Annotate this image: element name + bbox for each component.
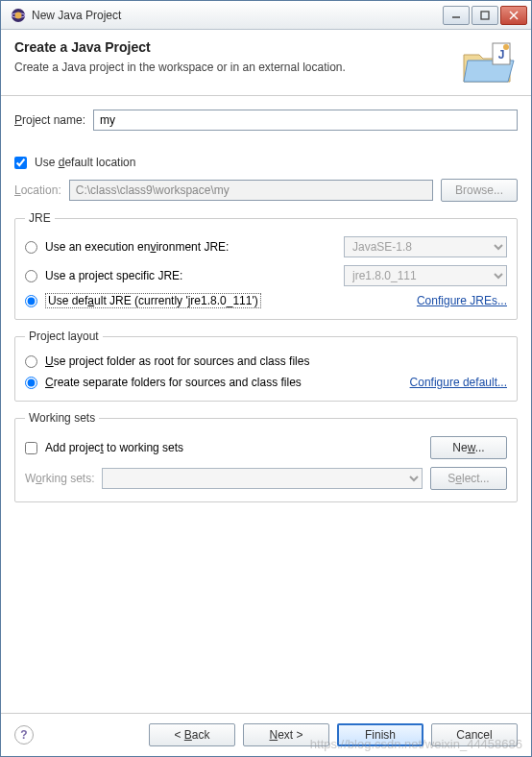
jre-env-label: Use an execution environment JRE: bbox=[45, 240, 229, 254]
svg-rect-4 bbox=[481, 12, 489, 19]
content-area: Project name: Use default location Locat… bbox=[1, 96, 531, 713]
jre-default-radio[interactable] bbox=[25, 295, 37, 307]
jre-specific-radio[interactable] bbox=[25, 270, 37, 282]
page-title: Create a Java Project bbox=[14, 39, 460, 55]
layout-separate-label: Create separate folders for sources and … bbox=[45, 376, 302, 389]
svg-point-9 bbox=[503, 44, 509, 50]
project-name-input[interactable] bbox=[93, 110, 518, 131]
configure-jres-link[interactable]: Configure JREs... bbox=[417, 294, 507, 307]
working-sets-legend: Working sets bbox=[25, 411, 99, 425]
svg-text:J: J bbox=[498, 48, 505, 61]
wizard-header: Create a Java Project Create a Java proj… bbox=[1, 30, 531, 96]
finish-button[interactable]: Finish bbox=[337, 723, 423, 746]
page-subtitle: Create a Java project in the workspace o… bbox=[14, 61, 460, 74]
working-sets-select bbox=[102, 468, 423, 489]
select-working-sets-button[interactable]: Select... bbox=[430, 467, 507, 490]
location-label: Location: bbox=[14, 183, 61, 197]
next-button[interactable]: Next > bbox=[243, 723, 329, 746]
close-button[interactable] bbox=[500, 6, 527, 25]
back-button[interactable]: < Back bbox=[149, 723, 235, 746]
layout-group: Project layout Use project folder as roo… bbox=[14, 330, 518, 402]
layout-legend: Project layout bbox=[25, 330, 103, 343]
working-sets-label: Working sets: bbox=[25, 472, 94, 485]
svg-point-2 bbox=[15, 12, 22, 18]
help-icon[interactable]: ? bbox=[14, 725, 34, 745]
jre-group: JRE Use an execution environment JRE: Ja… bbox=[14, 211, 518, 320]
add-working-sets-checkbox[interactable] bbox=[25, 442, 37, 454]
project-name-row: Project name: bbox=[14, 110, 518, 131]
folder-java-icon: J bbox=[460, 39, 518, 85]
new-working-set-button[interactable]: New... bbox=[430, 436, 507, 459]
jre-legend: JRE bbox=[25, 211, 55, 225]
layout-root-label: Use project folder as root for sources a… bbox=[45, 354, 309, 368]
titlebar: New Java Project bbox=[1, 1, 531, 30]
browse-button[interactable]: Browse... bbox=[441, 179, 518, 202]
window-title: New Java Project bbox=[32, 9, 443, 22]
wizard-footer: ? < Back Next > Finish Cancel bbox=[1, 713, 531, 756]
jre-default-label: Use default JRE (currently 'jre1.8.0_111… bbox=[45, 294, 261, 307]
cancel-button[interactable]: Cancel bbox=[431, 723, 518, 746]
project-name-label: Project name: bbox=[14, 113, 85, 127]
jre-env-select[interactable]: JavaSE-1.8 bbox=[344, 236, 507, 257]
default-location-row: Use default location bbox=[14, 156, 518, 169]
location-row: Location: Browse... bbox=[14, 179, 518, 202]
add-working-sets-label: Add project to working sets bbox=[45, 441, 183, 454]
jre-specific-select[interactable]: jre1.8.0_111 bbox=[344, 265, 507, 286]
use-default-location-label: Use default location bbox=[35, 156, 135, 169]
minimize-button[interactable] bbox=[443, 6, 470, 25]
jre-specific-label: Use a project specific JRE: bbox=[45, 269, 182, 282]
layout-root-radio[interactable] bbox=[25, 355, 37, 368]
layout-separate-radio[interactable] bbox=[25, 377, 37, 389]
use-default-location-checkbox[interactable] bbox=[14, 157, 27, 169]
working-sets-group: Working sets Add project to working sets… bbox=[14, 411, 518, 502]
eclipse-icon bbox=[11, 8, 26, 23]
location-input bbox=[69, 180, 433, 201]
jre-env-radio[interactable] bbox=[25, 241, 37, 254]
configure-default-link[interactable]: Configure default... bbox=[410, 376, 507, 389]
maximize-button[interactable] bbox=[472, 6, 498, 25]
window-buttons bbox=[443, 6, 527, 25]
